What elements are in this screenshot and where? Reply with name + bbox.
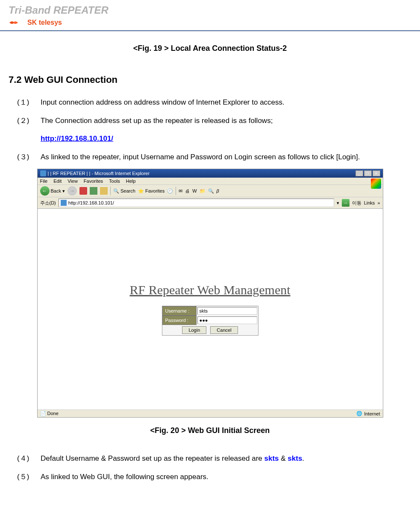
- search-button[interactable]: 🔍 Search: [113, 188, 135, 194]
- forward-button[interactable]: →: [68, 186, 77, 196]
- address-input[interactable]: http://192.168.10.101/: [59, 199, 334, 207]
- links-label[interactable]: Links: [364, 200, 375, 205]
- mail-icon[interactable]: ✉: [179, 188, 182, 194]
- page-icon: [61, 200, 67, 206]
- section-heading: 7.2 Web GUI Connection: [9, 74, 411, 85]
- login-buttons: Login Cancel: [162, 325, 258, 335]
- fig-20-caption: <Fig. 20 > Web GUI Initial Screen: [9, 426, 411, 435]
- login-button[interactable]: Login: [182, 326, 206, 334]
- ie-title-left: | | RF REPEATER | | - Microsoft Internet…: [40, 170, 150, 176]
- item4-text-b: &: [279, 454, 288, 462]
- page-header: Tri-Band REPEATER SK telesys: [0, 0, 420, 31]
- fig-19-caption: <Fig. 19 > Local Area Connection Status-…: [0, 44, 420, 53]
- list-num: (１): [17, 96, 41, 109]
- go-label: 이동: [352, 200, 361, 206]
- refresh-icon[interactable]: [90, 187, 97, 195]
- zoom-icon[interactable]: 🔍: [208, 188, 214, 194]
- go-button[interactable]: →: [342, 199, 350, 207]
- ie-toolbar: ← Back ▾ → 🔍 Search ⭐ Favorites 🕘 ✉ 🖨 W …: [38, 185, 383, 197]
- status-done-text: Done: [47, 411, 59, 416]
- minimize-button[interactable]: _: [355, 170, 363, 176]
- sk-logo-icon: [9, 18, 26, 27]
- password-row: Password : ●●●: [162, 316, 258, 325]
- status-internet: Internet: [364, 411, 380, 416]
- ie-app-icon: [40, 170, 46, 176]
- connection-url-link[interactable]: http://192.168.10.101/: [41, 135, 113, 143]
- ie-menubar: File Edit View Favorites Tools Help: [38, 178, 383, 185]
- default-username: skts: [264, 454, 279, 462]
- item4-text-c: .: [302, 454, 304, 462]
- address-label: 주소(D): [40, 200, 56, 206]
- list-text: Default Username & Password set up as th…: [41, 452, 411, 465]
- favorites-label: Favorites: [145, 188, 164, 193]
- ie-addressbar: 주소(D) http://192.168.10.101/ ▾ → 이동 Link…: [38, 197, 383, 209]
- password-label: Password :: [162, 316, 197, 325]
- login-box: Username : skts Password : ●●● Login Can…: [162, 306, 258, 336]
- status-done: 📄 Done: [40, 411, 59, 416]
- back-label: Back: [51, 188, 61, 193]
- chevron-down-icon: ▾: [62, 188, 65, 194]
- word-icon[interactable]: W: [192, 188, 197, 193]
- window-buttons: _ □ ×: [355, 170, 380, 176]
- menu-favorites[interactable]: Favorites: [84, 178, 103, 184]
- username-row: Username : skts: [162, 306, 258, 316]
- menu-view[interactable]: View: [68, 178, 78, 184]
- list-item-1: (１) Input connection address on address …: [9, 96, 411, 109]
- username-input[interactable]: skts: [197, 307, 257, 315]
- list-text: Input connection address on address wind…: [41, 96, 411, 109]
- list-text: As linked to Web GUI, the following scre…: [41, 471, 411, 484]
- menu-file[interactable]: File: [40, 178, 48, 184]
- back-arrow-icon: ←: [40, 186, 50, 196]
- list-item-2-link-row: http://192.168.10.101/: [9, 132, 411, 146]
- default-password: skts: [288, 454, 302, 462]
- ie-statusbar: 📄 Done 🌐 Internet: [38, 410, 383, 417]
- username-label: Username :: [162, 306, 197, 316]
- back-button[interactable]: ← Back ▾: [40, 186, 65, 196]
- windows-logo-icon: [371, 178, 381, 189]
- search-label: Search: [120, 188, 135, 193]
- list-text: As linked to the repeater, input Usernam…: [41, 151, 411, 164]
- menu-help[interactable]: Help: [126, 178, 136, 184]
- ie-content-area: RF Repeater Web Management Username : sk…: [38, 209, 383, 410]
- favorites-button[interactable]: ⭐ Favorites: [138, 188, 164, 194]
- internet-zone-icon: 🌐: [356, 411, 362, 416]
- list-text: The Connection address set up as the rep…: [41, 114, 411, 128]
- ie-screenshot: | | RF REPEATER | | - Microsoft Internet…: [37, 169, 383, 418]
- toolbar-separator: [110, 187, 111, 195]
- status-right: 🌐 Internet: [356, 411, 380, 416]
- menu-edit[interactable]: Edit: [53, 178, 62, 184]
- list-item-4: (４) Default Username & Password set up a…: [9, 452, 411, 465]
- section-7-2: 7.2 Web GUI Connection (１) Input connect…: [0, 74, 420, 484]
- stop-icon[interactable]: [79, 187, 87, 195]
- list-item-3: (３) As linked to the repeater, input Use…: [9, 151, 411, 164]
- home-icon[interactable]: [100, 187, 108, 195]
- print-icon[interactable]: 🖨: [185, 188, 190, 193]
- list-num: (２): [17, 114, 41, 128]
- links-chevron-icon[interactable]: »: [377, 200, 380, 205]
- list-item-2: (２) The Connection address set up as the…: [9, 114, 411, 128]
- close-button[interactable]: ×: [373, 170, 380, 176]
- header-title: Tri-Band REPEATER: [9, 4, 411, 16]
- address-url: http://192.168.10.101/: [68, 200, 114, 205]
- menu-tools[interactable]: Tools: [109, 178, 120, 184]
- logo: SK telesys: [9, 18, 411, 27]
- cancel-button[interactable]: Cancel: [210, 326, 238, 334]
- beta-icon[interactable]: β: [217, 188, 219, 193]
- maximize-button[interactable]: □: [364, 170, 372, 176]
- ie-window-title: | | RF REPEATER | | - Microsoft Internet…: [48, 171, 150, 176]
- list-num: (３): [17, 151, 41, 164]
- folder-icon[interactable]: 📁: [200, 188, 206, 194]
- list-item-5: (５) As linked to Web GUI, the following …: [9, 471, 411, 484]
- logo-text: SK telesys: [27, 19, 62, 26]
- management-title: RF Repeater Web Management: [129, 283, 290, 297]
- list-num: (５): [17, 471, 41, 484]
- address-dropdown-icon[interactable]: ▾: [337, 200, 339, 206]
- ie-titlebar: | | RF REPEATER | | - Microsoft Internet…: [38, 169, 383, 178]
- list-num: (４): [17, 452, 41, 465]
- password-input[interactable]: ●●●: [197, 316, 257, 324]
- history-icon[interactable]: 🕘: [167, 188, 173, 194]
- item4-text-a: Default Username & Password set up as th…: [41, 454, 264, 462]
- toolbar-separator: [176, 187, 176, 195]
